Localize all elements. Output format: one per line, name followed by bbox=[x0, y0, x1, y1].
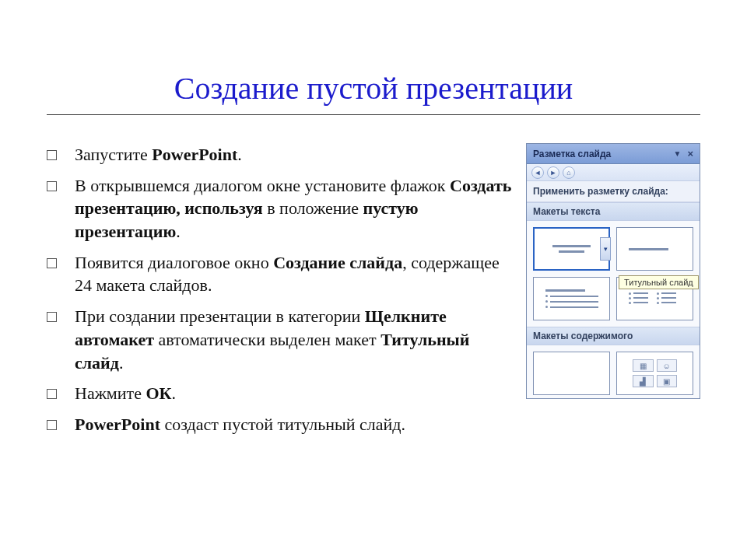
bullet-item: Появится диалоговое окно Создание слайда… bbox=[47, 251, 515, 297]
bullet-list: Запустите PowerPoint. В открывшемся диал… bbox=[47, 143, 515, 444]
layout-title-and-text[interactable] bbox=[533, 277, 610, 320]
home-icon[interactable]: ⌂ bbox=[563, 166, 575, 179]
layout-grid-content: ▦ ☺ ▟ ▣ bbox=[527, 345, 700, 398]
bullet-item: Нажмите ОК. bbox=[47, 382, 515, 405]
bullet-item: PowerPoint создаст пустой титульный слай… bbox=[47, 413, 515, 436]
task-pane-titlebar[interactable]: Разметка слайда ▼ × bbox=[527, 144, 700, 164]
layout-grid-text: ▾ Титульный слайд bbox=[527, 221, 700, 327]
layout-tooltip: Титульный слайд bbox=[619, 275, 699, 289]
forward-icon[interactable]: ► bbox=[547, 166, 559, 179]
layout-title-only[interactable] bbox=[616, 227, 693, 271]
close-icon[interactable]: × bbox=[684, 148, 696, 159]
slide-body: Запустите PowerPoint. В открывшемся диал… bbox=[47, 143, 700, 444]
task-pane-title: Разметка слайда bbox=[533, 149, 611, 159]
image-icon: ▣ bbox=[657, 375, 677, 387]
slide: Создание пустой презентации Запустите Po… bbox=[0, 0, 747, 560]
task-pane: Разметка слайда ▼ × ◄ ► ⌂ Применить разм… bbox=[526, 143, 700, 399]
section-text-layouts: Макеты текста bbox=[527, 202, 700, 221]
layout-title-slide[interactable]: ▾ bbox=[533, 227, 610, 271]
slide-title: Создание пустой презентации bbox=[47, 70, 700, 115]
bullet-item: Запустите PowerPoint. bbox=[47, 143, 515, 166]
layout-blank[interactable] bbox=[533, 352, 610, 395]
dropdown-icon[interactable]: ▼ bbox=[671, 149, 685, 158]
back-icon[interactable]: ◄ bbox=[531, 166, 544, 179]
person-icon: ☺ bbox=[657, 359, 677, 372]
section-content-layouts: Макеты содержимого bbox=[527, 327, 700, 345]
bullet-item: При создании презентации в категории Щел… bbox=[47, 305, 515, 374]
chevron-down-icon[interactable]: ▾ bbox=[600, 237, 611, 261]
table-icon: ▦ bbox=[633, 359, 653, 372]
bullet-item: В открывшемся диалогом окне установите ф… bbox=[47, 174, 515, 243]
layout-content[interactable]: ▦ ☺ ▟ ▣ bbox=[616, 352, 693, 395]
apply-layout-label: Применить разметку слайда: bbox=[527, 181, 700, 202]
chart-icon: ▟ bbox=[633, 375, 653, 387]
task-pane-toolbar: ◄ ► ⌂ bbox=[527, 164, 700, 181]
